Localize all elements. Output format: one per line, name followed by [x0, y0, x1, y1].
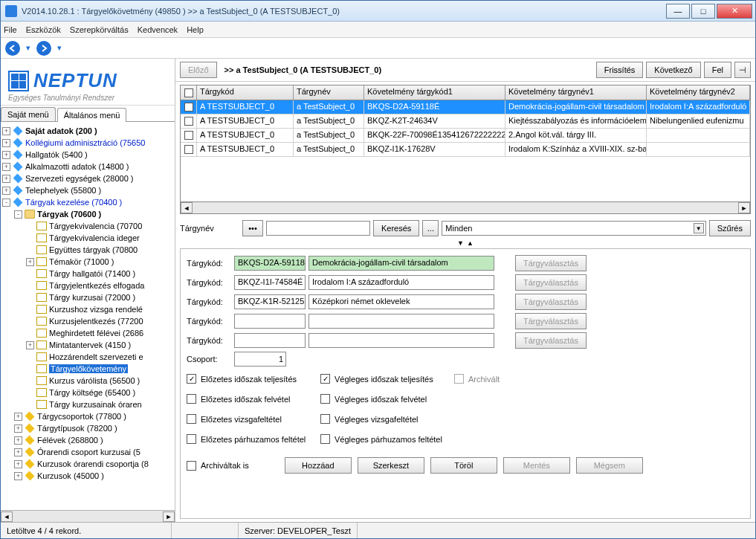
tree-node[interactable]: Együttes tárgyak (70800 — [1, 244, 175, 256]
add-button[interactable]: Hozzáad — [285, 457, 352, 474]
menu-file[interactable]: File — [4, 25, 17, 34]
nav-tree[interactable]: +Saját adatok (200 )+Kollégiumi adminisz… — [1, 122, 175, 510]
grid-scroll-left-icon[interactable]: ◄ — [181, 202, 193, 213]
tree-node[interactable]: +Kollégiumi adminisztráció (75650 — [1, 137, 175, 149]
row-check[interactable] — [181, 129, 197, 142]
tree-node[interactable]: +Félévek (268800 ) — [1, 434, 175, 446]
tree-node[interactable]: Tárgyjelentkezés elfogada — [1, 280, 175, 291]
scroll-left-icon[interactable]: ◄ — [1, 511, 13, 522]
menu-help[interactable]: Help — [187, 25, 204, 34]
expand-icon[interactable]: + — [2, 187, 10, 195]
delete-button[interactable]: Töröl — [430, 457, 497, 474]
tree-node[interactable]: +Alkalmazotti adatok (14800 ) — [1, 161, 175, 172]
tree-node[interactable]: +Telephelyek (55800 ) — [1, 184, 175, 196]
select-subject-button[interactable]: Tárgyválasztás — [515, 332, 587, 349]
tree-node[interactable]: Meghirdetett félévei (2686 — [1, 327, 175, 339]
tree-node[interactable]: +Szervezeti egységek (28000 ) — [1, 172, 175, 184]
table-row[interactable]: A TESTSUBJECT_0a TestSubject_0BKQZ-I1K-1… — [181, 143, 750, 157]
checkbox-option[interactable]: Végleges párhuzamos feltétel — [320, 434, 454, 444]
collapse-icon[interactable]: - — [2, 199, 10, 207]
refresh-button[interactable]: Frissítés — [596, 62, 644, 78]
tree-node[interactable]: Tárgy kurzusai (72000 ) — [1, 291, 175, 303]
detail-code[interactable] — [234, 333, 306, 348]
tree-node[interactable]: +Saját adatok (200 ) — [1, 125, 175, 137]
tree-node[interactable]: Kurzushoz vizsga rendelé — [1, 303, 175, 315]
detail-code[interactable]: BKQS-D2A-59118 — [234, 256, 306, 271]
table-row[interactable]: A TESTSUBJECT_0a TestSubject_0BKQZ-K2T-2… — [181, 114, 750, 129]
tree-node[interactable]: +Kurzusok órarendi csoportja (8 — [1, 458, 175, 470]
up-button[interactable]: Fel — [704, 62, 731, 78]
checkbox-option[interactable]: ✓Előzetes időszak teljesítés — [187, 374, 320, 384]
scroll-right-icon[interactable]: ► — [163, 511, 175, 522]
collapse-icon[interactable]: - — [14, 210, 22, 219]
tree-node[interactable]: Tárgyelőkövetemény — [1, 363, 175, 375]
detail-name[interactable] — [308, 314, 494, 329]
nav-forward-button[interactable] — [36, 41, 51, 56]
grid-header-reqname2[interactable]: Követelmény tárgynév2 — [647, 85, 750, 100]
detail-name[interactable]: Középkori német oklevelek — [308, 294, 494, 309]
menu-tools[interactable]: Eszközök — [26, 25, 61, 34]
select-subject-button[interactable]: Tárgyválasztás — [515, 255, 587, 271]
detail-name[interactable]: Demokrácia-jogállam-civil társadalom — [308, 256, 494, 271]
tree-node[interactable]: +Tárgytípusok (78200 ) — [1, 422, 175, 434]
expand-icon[interactable]: + — [2, 139, 10, 147]
tree-node[interactable]: +Témakör (71000 ) — [1, 256, 175, 268]
detail-code[interactable]: BKQZ-K1R-52125 — [234, 294, 306, 309]
menu-role[interactable]: Szerepkörváltás — [70, 25, 129, 34]
select-subject-button[interactable]: Tárgyválasztás — [515, 274, 587, 291]
tab-own-menu[interactable]: Saját menü — [1, 107, 56, 121]
grid-header-reqname1[interactable]: Követelmény tárgynév1 — [505, 85, 647, 100]
tree-node[interactable]: Hozzárendelt szervezeti e — [1, 351, 175, 363]
grid-header-name[interactable]: Tárgynév — [294, 85, 364, 100]
expand-icon[interactable]: + — [14, 413, 22, 421]
expand-icon[interactable]: + — [2, 127, 10, 135]
tree-node[interactable]: +Hallgatók (5400 ) — [1, 149, 175, 161]
edit-button[interactable]: Szerkeszt — [358, 457, 424, 474]
nav-back-menu[interactable]: ▾ — [25, 45, 32, 52]
checkbox-option[interactable]: Előzetes vizsgafeltétel — [187, 414, 320, 424]
group-input[interactable] — [234, 352, 286, 367]
tree-node[interactable]: Tárgy költsége (65400 ) — [1, 387, 175, 398]
detail-code[interactable] — [234, 314, 306, 329]
nav-back-button[interactable] — [5, 41, 20, 56]
tree-node[interactable]: +Tárgycsoportok (77800 ) — [1, 410, 175, 422]
grid-hscroll[interactable]: ◄ ► — [181, 201, 750, 213]
tab-general-menu[interactable]: Általános menü — [57, 108, 127, 122]
expand-icon[interactable]: + — [14, 460, 22, 468]
pin-button[interactable]: ⊣ — [734, 62, 751, 78]
next-button[interactable]: Következő — [646, 62, 700, 78]
detail-name[interactable] — [308, 333, 494, 348]
expand-icon[interactable]: + — [2, 175, 10, 183]
grid-header-code[interactable]: Tárgykód — [197, 85, 294, 100]
cancel-button[interactable]: Mégsem — [576, 457, 643, 474]
expand-icon[interactable]: + — [2, 163, 10, 171]
nav-forward-menu[interactable]: ▾ — [56, 45, 63, 52]
tree-node[interactable]: Tárgyekvivalencia ideger — [1, 232, 175, 244]
expand-icon[interactable]: + — [26, 258, 34, 266]
grid-header-reqcode1[interactable]: Követelmény tárgykód1 — [364, 85, 505, 100]
grid-header-check[interactable] — [181, 85, 197, 100]
splitter-arrows[interactable]: ▼▲ — [175, 239, 755, 248]
tree-node[interactable]: -Tárgyak (70600 ) — [1, 208, 175, 220]
row-check[interactable] — [181, 114, 197, 128]
row-check[interactable] — [181, 143, 197, 156]
tree-node[interactable]: Tárgy kurzusainak óraren — [1, 398, 175, 410]
tree-node[interactable]: Kurzus várólista (56500 ) — [1, 375, 175, 387]
filter-button[interactable]: Szűrés — [709, 220, 751, 236]
tree-node[interactable]: +Mintatantervek (4150 ) — [1, 339, 175, 351]
table-row[interactable]: A TESTSUBJECT_0a TestSubject_0BKQK-22F-7… — [181, 129, 750, 143]
archived-check[interactable]: Archiváltak is — [187, 461, 249, 471]
tree-node[interactable]: Tárgy hallgatói (71400 ) — [1, 268, 175, 280]
maximize-button[interactable]: □ — [691, 4, 715, 19]
minimize-button[interactable]: ― — [666, 4, 690, 19]
search-mode-button[interactable]: ••• — [242, 220, 263, 236]
select-subject-button[interactable]: Tárgyválasztás — [515, 313, 587, 329]
close-button[interactable]: ✕ — [717, 4, 752, 19]
tree-node[interactable]: Kurzusjelentkezés (77200 — [1, 315, 175, 327]
search-input[interactable] — [266, 221, 370, 236]
checkbox-option[interactable]: Előzetes időszak felvétel — [187, 394, 320, 404]
browse-button[interactable]: ... — [422, 220, 439, 236]
checkbox-option[interactable]: ✓Végleges időszak teljesítés — [320, 374, 454, 384]
expand-icon[interactable]: + — [2, 151, 10, 159]
prev-button[interactable]: Előző — [180, 62, 217, 78]
